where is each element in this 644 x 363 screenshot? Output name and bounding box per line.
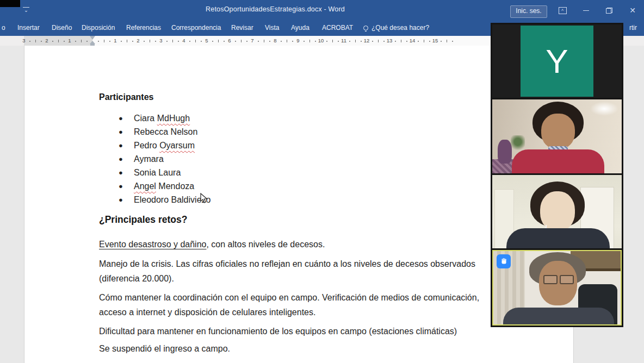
video-tile-4[interactable] (492, 250, 622, 326)
bullet-icon: ● (119, 168, 134, 177)
ribbon-tab-referencias[interactable]: Referencias (126, 24, 161, 32)
first-line-indent-marker[interactable] (90, 36, 95, 40)
ruler-tick (355, 40, 356, 42)
ruler-tick (218, 40, 219, 42)
ruler-number: 15 (432, 37, 438, 43)
participant-list-item: ●Aymara (119, 154, 164, 168)
close-button[interactable]: ✕ (624, 4, 641, 16)
screen-corner-notch (0, 0, 20, 7)
ruler-tick (332, 40, 333, 42)
ruler-number: 7 (251, 37, 253, 43)
participant-name: Pedro (134, 141, 159, 150)
ruler-tick (304, 41, 305, 42)
ruler-tick (127, 40, 127, 42)
close-icon: ✕ (629, 7, 636, 14)
ruler-tick (378, 40, 379, 42)
ruler-number: 4 (182, 37, 185, 43)
ruler-tick (86, 41, 88, 42)
ruler-number: 2 (137, 37, 139, 43)
ribbon-tab-insertar[interactable]: Insertar (17, 24, 40, 32)
ruler-tick (41, 41, 42, 42)
minimize-icon (583, 10, 589, 11)
ribbon-display-options-icon: ˄ (559, 7, 567, 14)
ruler-tick (98, 41, 99, 42)
ruler-tick (447, 40, 447, 42)
scene-shape (512, 149, 604, 173)
participant-list-item: ●Rebecca Nelson (119, 127, 197, 141)
ruler-number: 8 (274, 37, 276, 43)
scene-shape (543, 275, 558, 284)
ruler-tick (178, 41, 179, 42)
heading-principales-retos: ¿Principales retos? (99, 214, 187, 226)
avatar-initial: Y (546, 45, 568, 78)
participant-name: Ciara (134, 114, 157, 123)
share-button-partial[interactable]: rtir (629, 24, 637, 32)
bullet-icon: ● (119, 182, 134, 190)
scene-shape (498, 140, 512, 164)
ruler-tick (372, 41, 373, 42)
paragraph-text: Se suspendió el ingreso a campo. (99, 344, 230, 353)
ruler-number: 10 (318, 37, 324, 43)
ribbon-tab-acrobat[interactable]: ACROBAT (322, 24, 353, 32)
ruler-tick (109, 41, 110, 42)
ruler-tick (287, 40, 287, 42)
ruler-tick (58, 40, 59, 42)
bullet-icon: ● (119, 141, 134, 149)
video-tile-1[interactable]: Y (492, 24, 622, 98)
ruler-tick (64, 41, 65, 42)
ruler-number: 5 (205, 37, 208, 43)
participant-name: Sonia Laura (134, 168, 181, 177)
ribbon-display-options-button[interactable]: ˄ (554, 4, 571, 16)
ribbon-tab-vista[interactable]: Vista (265, 24, 279, 32)
ruler-tick (81, 40, 82, 42)
ruler-tick (338, 41, 339, 42)
ribbon-tab-revisar[interactable]: Revisar (231, 24, 253, 32)
lightbulb-icon (363, 26, 368, 30)
ruler-tick (281, 41, 282, 42)
participant-name: Mendoza (156, 182, 194, 191)
participant-list-item: ●Angel Mendoza (119, 182, 194, 195)
participant-video-glasses (493, 251, 621, 324)
restore-icon (606, 8, 612, 14)
participant-name: Eleodoro Baldiviezo (134, 195, 210, 204)
ruler-tick (292, 41, 293, 42)
body-paragraph: Evento desastroso y dañino, con altos ni… (99, 237, 325, 252)
video-tile-2[interactable] (492, 99, 622, 173)
participant-name: Aymara (134, 154, 164, 164)
mouse-cursor (200, 193, 210, 206)
underlined-text: Evento desastroso y dañino (99, 240, 206, 249)
ribbon-tab-o[interactable]: o (2, 24, 5, 32)
ruler-tick (75, 41, 76, 42)
ribbon-tab-ayuda[interactable]: Ayuda (291, 24, 309, 32)
participant-list-item: ●Ciara MdHugh (119, 114, 190, 127)
tell-me-box[interactable]: ¿Qué desea hacer? (363, 24, 429, 32)
ruler-tick (52, 41, 53, 42)
participant-avatar: Y (521, 26, 593, 97)
body-paragraph: Dificultad para mantener en funcionamien… (99, 324, 457, 339)
ribbon-tab-disposici-n[interactable]: Disposición (82, 24, 115, 32)
ruler-number: 12 (364, 37, 370, 43)
ribbon-tab-correspondencia[interactable]: Correspondencia (171, 24, 221, 32)
ruler-tick (452, 41, 453, 42)
ruler-number: 13 (387, 37, 393, 43)
ruler-tick (195, 40, 196, 42)
ruler-tick (224, 41, 225, 42)
ruler-tick (326, 41, 327, 42)
bullet-icon: ● (119, 128, 134, 136)
scene-shape (541, 114, 575, 149)
video-tile-3[interactable] (492, 175, 622, 248)
bullet-icon: ● (119, 155, 134, 163)
body-paragraph: Manejo de la crisis. Las cifras oficiale… (99, 256, 475, 286)
ruler-tick (424, 40, 424, 42)
quick-access-toolbar-chevron-icon[interactable]: ⌄ (23, 7, 29, 14)
ruler-number: 6 (228, 37, 231, 43)
scene-shape (511, 135, 525, 152)
participant-list-item: ●Eleodoro Baldiviezo (119, 195, 210, 209)
restore-button[interactable] (601, 4, 617, 16)
sign-in-button[interactable]: Inic. ses. (510, 5, 547, 18)
minimize-button[interactable] (578, 4, 594, 16)
ruler-tick (189, 41, 190, 42)
participant-list-item: ●Sonia Laura (119, 168, 181, 182)
ruler-tick (418, 41, 419, 42)
ribbon-tab-dise-o[interactable]: Diseño (52, 24, 72, 32)
